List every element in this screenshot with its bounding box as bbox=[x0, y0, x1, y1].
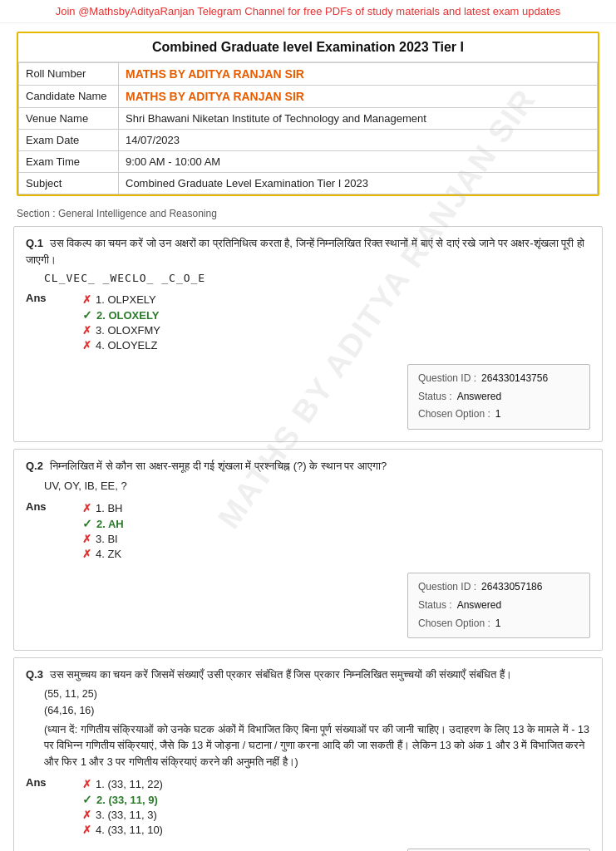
chosen-val-1: 1 bbox=[495, 406, 501, 424]
option-1-1: ✗ 1. OLPXELY bbox=[82, 293, 590, 306]
option-text-3-3: 3. (33, 11, 3) bbox=[96, 809, 157, 821]
question-note-3: (ध्यान दें: गणितीय संक्रियाओं को उनके घट… bbox=[44, 722, 590, 770]
question-subtext-2: UV, OY, IB, EE, ? bbox=[44, 478, 590, 494]
questions-container: Q.1 उस विकल्प का चयन करें जो उन अक्षरों … bbox=[0, 226, 616, 851]
section-label: Section : General Intelligence and Reaso… bbox=[17, 208, 599, 219]
status-val-2: Answered bbox=[457, 597, 501, 615]
option-text-1-4: 4. OLOYELZ bbox=[96, 339, 157, 352]
question-info-box-2: Question ID : 26433057186 Status : Answe… bbox=[407, 573, 590, 638]
question-block-2: Q.2 निम्नलिखित में से कौन सा अक्षर-समूह … bbox=[13, 449, 603, 651]
option-text-2-2: 2. AH bbox=[96, 518, 124, 530]
chosen-label-1: Chosen Option : bbox=[418, 406, 490, 424]
cross-icon: ✗ bbox=[82, 824, 91, 836]
cross-icon: ✗ bbox=[82, 502, 91, 514]
options-col-1: ✗ 1. OLPXELY ✓ 2. OLOXELY ✗ 3. OLOXFMY ✗… bbox=[59, 291, 590, 354]
question-text-2: Q.2 निम्नलिखित में से कौन सा अक्षर-समूह … bbox=[26, 458, 590, 475]
info-label: Candidate Name bbox=[19, 86, 119, 108]
chosen-row-1: Chosen Option : 1 bbox=[418, 406, 579, 424]
ans-label-1: Ans bbox=[26, 292, 56, 304]
qid-label-2: Question ID : bbox=[418, 578, 476, 597]
status-val-1: Answered bbox=[457, 388, 501, 406]
question-block-3: Q.3 उस समुच्चय का चयन करें जिसमें संख्या… bbox=[13, 657, 603, 851]
option-text-3-2: 2. (33, 11, 9) bbox=[96, 794, 158, 806]
answer-row-2: Ans ✗ 1. BH ✓ 2. AH ✗ 3. BI ✗ 4. ZK bbox=[26, 499, 590, 563]
info-label: Exam Date bbox=[19, 130, 119, 151]
question-code-1: CL_VEC_ _WECLO_ _C_O_E bbox=[44, 272, 590, 284]
option-2-1: ✗ 1. BH bbox=[82, 502, 590, 514]
option-2-2: ✓ 2. AH bbox=[82, 517, 590, 530]
question-info-box-1: Question ID : 264330143756 Status : Answ… bbox=[407, 364, 590, 430]
cross-icon: ✗ bbox=[82, 324, 91, 337]
chosen-label-2: Chosen Option : bbox=[418, 615, 490, 633]
question-block-1: Q.1 उस विकल्प का चयन करें जो उन अक्षरों … bbox=[13, 226, 603, 442]
option-2-4: ✗ 4. ZK bbox=[82, 548, 590, 560]
cross-icon: ✗ bbox=[82, 533, 91, 545]
options-col-2: ✗ 1. BH ✓ 2. AH ✗ 3. BI ✗ 4. ZK bbox=[59, 499, 590, 563]
check-icon: ✓ bbox=[82, 793, 92, 806]
question-num-3: Q.3 bbox=[26, 668, 43, 681]
option-text-3-1: 1. (33, 11, 22) bbox=[96, 778, 163, 790]
option-3-1: ✗ 1. (33, 11, 22) bbox=[82, 778, 590, 790]
option-2-3: ✗ 3. BI bbox=[82, 533, 590, 545]
info-value: Combined Graduate Level Examination Tier… bbox=[119, 173, 598, 194]
card-title: Combined Graduate level Examination 2023… bbox=[18, 33, 598, 62]
ans-label-3: Ans bbox=[26, 776, 56, 789]
info-value: Shri Bhawani Niketan Institute of Techno… bbox=[119, 108, 598, 130]
info-label: Venue Name bbox=[19, 108, 119, 130]
option-3-4: ✗ 4. (33, 11, 10) bbox=[82, 824, 590, 836]
question-num-1: Q.1 bbox=[26, 237, 43, 249]
cross-icon: ✗ bbox=[82, 778, 91, 790]
option-1-4: ✗ 4. OLOYELZ bbox=[82, 339, 590, 352]
info-label: Subject bbox=[19, 173, 119, 194]
option-text-3-4: 4. (33, 11, 10) bbox=[96, 824, 163, 836]
option-3-2: ✓ 2. (33, 11, 9) bbox=[82, 793, 590, 806]
info-value: MATHS BY ADITYA RANJAN SIR bbox=[119, 86, 598, 108]
option-text-2-4: 4. ZK bbox=[96, 548, 121, 560]
qid-label-1: Question ID : bbox=[418, 370, 476, 388]
question-examples-3: (55, 11, 25)(64,16, 16) bbox=[44, 686, 590, 719]
options-col-3: ✗ 1. (33, 11, 22) ✓ 2. (33, 11, 9) ✗ 3. … bbox=[59, 775, 590, 839]
option-text-2-1: 1. BH bbox=[96, 502, 123, 514]
check-icon: ✓ bbox=[82, 308, 92, 322]
qid-row-2: Question ID : 26433057186 bbox=[418, 578, 579, 597]
info-value: 9:00 AM - 10:00 AM bbox=[119, 151, 598, 173]
option-1-2: ✓ 2. OLOXELY bbox=[82, 308, 590, 322]
status-label-1: Status : bbox=[418, 388, 452, 406]
option-3-3: ✗ 3. (33, 11, 3) bbox=[82, 809, 590, 821]
cross-icon: ✗ bbox=[82, 548, 91, 560]
option-text-2-3: 3. BI bbox=[96, 533, 118, 545]
info-label: Roll Number bbox=[19, 63, 119, 86]
top-banner: Join @MathsbyAdityaRanjan Telegram Chann… bbox=[0, 0, 616, 23]
qid-row-1: Question ID : 264330143756 bbox=[418, 370, 579, 388]
check-icon: ✓ bbox=[82, 517, 92, 530]
ans-label-2: Ans bbox=[26, 500, 56, 513]
status-row-2: Status : Answered bbox=[418, 597, 579, 615]
cross-icon: ✗ bbox=[82, 339, 91, 352]
question-text-1: Q.1 उस विकल्प का चयन करें जो उन अक्षरों … bbox=[26, 235, 590, 268]
question-num-2: Q.2 bbox=[26, 460, 43, 472]
info-card: Combined Graduate level Examination 2023… bbox=[17, 32, 599, 196]
info-table: Roll NumberMATHS BY ADITYA RANJAN SIRCan… bbox=[18, 62, 598, 194]
option-text-1-1: 1. OLPXELY bbox=[96, 293, 156, 306]
question-text-3: Q.3 उस समुच्चय का चयन करें जिसमें संख्या… bbox=[26, 667, 590, 683]
info-value: MATHS BY ADITYA RANJAN SIR bbox=[119, 63, 598, 86]
qid-val-1: 264330143756 bbox=[481, 370, 548, 388]
status-row-1: Status : Answered bbox=[418, 388, 579, 406]
option-text-1-3: 3. OLOXFMY bbox=[96, 324, 160, 337]
status-label-2: Status : bbox=[418, 597, 452, 615]
answer-row-1: Ans ✗ 1. OLPXELY ✓ 2. OLOXELY ✗ 3. OLOXF… bbox=[26, 291, 590, 354]
chosen-val-2: 1 bbox=[495, 615, 501, 633]
answer-row-3: Ans ✗ 1. (33, 11, 22) ✓ 2. (33, 11, 9) ✗… bbox=[26, 775, 590, 839]
cross-icon: ✗ bbox=[82, 293, 91, 306]
chosen-row-2: Chosen Option : 1 bbox=[418, 615, 579, 633]
qid-val-2: 26433057186 bbox=[481, 578, 542, 597]
info-label: Exam Time bbox=[19, 151, 119, 173]
cross-icon: ✗ bbox=[82, 809, 91, 821]
option-1-3: ✗ 3. OLOXFMY bbox=[82, 324, 590, 337]
option-text-1-2: 2. OLOXELY bbox=[96, 309, 159, 322]
info-value: 14/07/2023 bbox=[119, 130, 598, 151]
